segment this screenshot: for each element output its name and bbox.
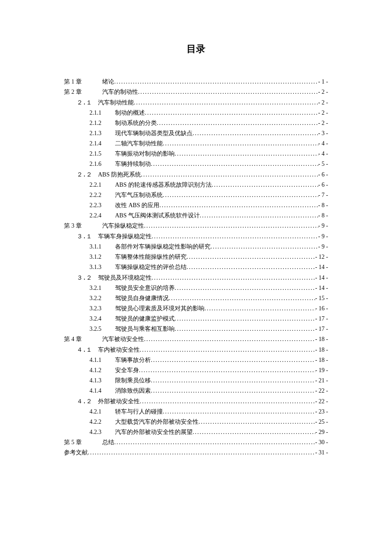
toc-dots	[140, 345, 315, 355]
toc-entry-page: - 2 -	[318, 118, 328, 128]
toc-entry: 4.2.2大型载货汽车的外部被动安全性- 25 -	[64, 417, 328, 427]
toc-dots	[187, 262, 315, 272]
toc-dots	[144, 334, 315, 344]
toc-entry-label: 2.1.1	[89, 108, 115, 118]
toc-entry-label: 4.2.1	[89, 407, 115, 417]
toc-entry-label: 第 4 章	[64, 334, 94, 344]
toc-entry-title: 车辆振动对制动的影响	[115, 149, 175, 159]
toc-entry-label: 4.2.2	[89, 417, 115, 427]
toc-entry-page: - 2 -	[318, 108, 328, 118]
toc-entry-label: ４.１	[77, 344, 98, 355]
toc-entry-title: 绪论	[102, 77, 114, 87]
toc-entry-page: - 12 -	[315, 252, 328, 262]
toc-dots	[145, 108, 318, 118]
toc-dots	[157, 118, 318, 128]
toc-entry: 参考文献- 31 -	[64, 448, 328, 458]
toc-entry-page: - 8 -	[318, 200, 328, 211]
toc-entry: 2.2.2汽车气压制动系统- 7 -	[64, 190, 328, 200]
toc-entry-page: - 9 -	[318, 242, 328, 252]
toc-entry: 3.2.2驾驶员自身健康情况- 15 -	[64, 293, 328, 304]
toc-entry-page: - 25 -	[315, 417, 328, 427]
toc-entry: ４.１车内被动安全性- 18 -	[64, 344, 328, 355]
toc-dots	[200, 211, 318, 221]
toc-entry: ２.２ABS 防抱死系统- 6 -	[64, 169, 328, 180]
toc-entry: 2.1.5车辆振动对制动的影响- 4 -	[64, 149, 328, 159]
toc-entry-label: 2.2.4	[89, 211, 115, 221]
toc-entry-page: - 1 -	[318, 77, 328, 87]
toc-dots	[151, 376, 315, 386]
toc-entry-title: 现代车辆制动器类型及优缺点	[115, 128, 193, 139]
toc-entry-page: - 8 -	[318, 211, 328, 221]
toc-dots	[114, 77, 318, 87]
toc-entry-title: 总结	[102, 437, 114, 448]
toc-dots	[187, 252, 315, 262]
toc-entry-page: - 14 -	[315, 283, 328, 293]
toc-entry-title: 制动系统的分类	[115, 118, 157, 128]
toc-entry: 4.2.1轿车与行人的碰撞- 23 -	[64, 407, 328, 417]
toc-entry: 3.1.1各部件对车辆操纵稳定性影响的研究- 9 -	[64, 242, 328, 252]
toc-entry-title: 车辆整体性能操纵性的研究	[115, 252, 187, 262]
toc-entry-title: 安全车身	[115, 365, 139, 376]
toc-dots	[151, 159, 318, 169]
toc-entry-title: 汽车被动安全性	[102, 334, 144, 344]
toc-entry-label: 4.2.3	[89, 427, 115, 437]
toc-entry-title: 车内被动安全性	[98, 345, 140, 355]
toc-entry-label: 3.2.1	[89, 283, 115, 293]
toc-dots	[151, 386, 315, 396]
toc-entry-page: - 3 -	[318, 128, 328, 139]
toc-entry-page: - 18 -	[315, 334, 328, 344]
toc-entry-label: ４.２	[77, 396, 98, 406]
toc-entry-title: 汽车的制动性	[102, 87, 138, 97]
toc-entry-page: - 22 -	[315, 396, 328, 407]
toc-dots	[151, 355, 315, 365]
toc-entry-page: - 9 -	[318, 231, 328, 242]
toc-entry: 第 4 章汽车被动安全性- 18 -	[64, 334, 328, 344]
toc-entry-title: 汽车的外部被动安全性的展望	[115, 427, 193, 437]
toc-entry: ３.２驾驶员及环境稳定性- 14 -	[64, 272, 328, 283]
toc-entry-title: 驾驶员自身健康情况	[115, 293, 169, 304]
toc-entry-label: 2.1.3	[89, 128, 115, 139]
toc-entry-title: 外部被动安全性	[98, 396, 140, 407]
toc-entry: 4.1.3限制乘员位移- 21 -	[64, 376, 328, 386]
toc-entry-title: 车辆操纵稳定性的评价总结	[115, 262, 187, 272]
toc-dots	[139, 365, 315, 376]
toc-entry-title: 汽车制动性能	[98, 98, 134, 108]
toc-entry-page: - 30 -	[315, 437, 328, 448]
toc-entry-label: 3.1.3	[89, 262, 115, 272]
toc-entry: 2.1.6车辆持续制动- 5 -	[64, 159, 328, 169]
toc-dots	[144, 221, 318, 231]
toc-dots	[193, 427, 315, 437]
toc-entry: 3.1.3车辆操纵稳定性的评价总结- 14 -	[64, 262, 328, 272]
toc-dots	[114, 437, 315, 448]
toc-entry-label: 3.2.5	[89, 324, 115, 334]
toc-entry-title: 各部件对车辆操纵稳定性影响的研究	[115, 242, 210, 252]
toc-entry-label: 第 3 章	[64, 221, 94, 231]
toc-dots	[152, 231, 318, 242]
toc-entry-page: - 9 -	[318, 221, 328, 231]
toc-entry-page: - 17 -	[315, 314, 328, 324]
toc-entry: 2.2.4ABS 气压阀体测试系统软件设计- 8 -	[64, 211, 328, 221]
toc-dots	[210, 242, 318, 252]
toc-entry-page: - 19 -	[315, 365, 328, 376]
toc-entry-label: 3.2.2	[89, 293, 115, 304]
toc-entry-label: 3.1.2	[89, 252, 115, 262]
toc-entry-label: 2.1.2	[89, 118, 115, 128]
toc-entry: 2.1.2制动系统的分类- 2 -	[64, 118, 328, 128]
toc-entry-title: 驾驶员与乘客相互影响	[115, 324, 175, 334]
toc-dots	[140, 396, 315, 407]
toc-dots	[175, 149, 318, 159]
toc-entry-page: - 4 -	[318, 149, 328, 159]
toc-dots	[205, 304, 315, 314]
toc-entry-title: 轿车与行人的碰撞	[115, 407, 163, 417]
toc-entry-title: ABS 防抱死系统	[98, 170, 141, 180]
toc-entry-page: - 6 -	[318, 180, 328, 190]
toc-entry-page: - 5 -	[318, 159, 328, 169]
toc-entry-label: 4.1.3	[89, 376, 115, 386]
toc-entry: 3.2.3驾驶员心理素质及环境对其的影响- 16 -	[64, 304, 328, 314]
toc-entry: 4.1.2安全车身- 19 -	[64, 365, 328, 376]
toc-entry-page: - 29 -	[315, 427, 328, 437]
toc-dots	[175, 283, 315, 293]
toc-entry-page: - 4 -	[318, 139, 328, 149]
toc-entry: ３.１车辆车身操纵稳定性- 9 -	[64, 231, 328, 242]
toc-entry-label: 第 2 章	[64, 87, 94, 97]
